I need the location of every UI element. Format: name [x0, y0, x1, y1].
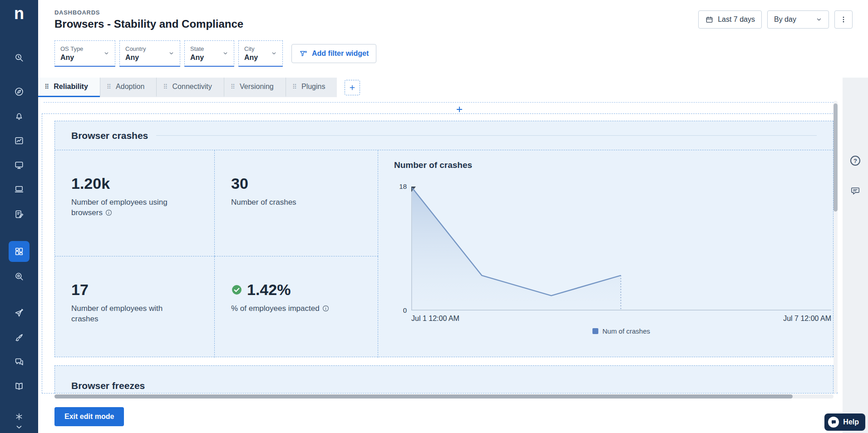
drag-grip-icon: ⠿ [44, 83, 49, 90]
chevron-down-icon [271, 50, 277, 56]
x-axis-end-label: Jul 7 12:00 AM [783, 315, 831, 323]
metric-label: Number of employees using browsers [71, 197, 186, 218]
metric-label: Number of crashes [231, 197, 345, 208]
sidebar: n [0, 0, 38, 433]
sidebar-item-experience[interactable] [9, 155, 30, 176]
sidebar-item-reports[interactable] [9, 130, 30, 151]
plus-icon [455, 105, 464, 113]
metric-widget-employees-with-crashes[interactable]: 17 Number of employees with crashes [55, 256, 215, 358]
metrics-grid: 1.20k Number of employees using browsers… [55, 150, 833, 357]
feedback-chat-icon [850, 186, 860, 196]
y-axis-tick-min: 0 [378, 306, 407, 314]
brand-logo[interactable]: n [0, 5, 38, 22]
check-circle-icon [231, 284, 242, 295]
tab-connectivity[interactable]: ⠿ Connectivity [156, 78, 223, 97]
tab-label: Adoption [116, 83, 144, 91]
feedback-shortcut[interactable] [850, 186, 860, 197]
metric-label-text: Number of employees with crashes [71, 304, 163, 323]
help-bubble [828, 417, 839, 428]
metric-value: 30 [231, 176, 248, 192]
sidebar-item-explore[interactable] [9, 81, 30, 102]
add-filter-widget-button[interactable]: Add filter widget [291, 44, 376, 63]
page-header: DASHBOARDS Browsers - Stability and Comp… [38, 0, 868, 39]
help-label: Help [843, 418, 859, 426]
chart-frame-icon [14, 136, 24, 146]
filter-value: Any [190, 54, 204, 62]
filter-value: Any [60, 54, 83, 62]
section-browser-freezes[interactable]: Browser freezes [54, 365, 833, 394]
page-title: Browsers - Stability and Compliance [54, 18, 243, 30]
vertical-scrollbar-thumb[interactable] [833, 103, 838, 212]
metric-widget-number-of-crashes[interactable]: 30 Number of crashes [215, 150, 378, 256]
monitor-icon [14, 160, 24, 170]
metric-value: 17 [71, 282, 89, 298]
more-options-button[interactable] [834, 10, 853, 29]
filter-label: City [244, 45, 258, 52]
chevron-down-icon [816, 16, 822, 23]
filter-text: OS Type Any [60, 45, 83, 62]
info-icon[interactable] [105, 209, 113, 216]
help-launcher-button[interactable]: Help [824, 413, 865, 431]
drag-grip-icon: ⠿ [231, 83, 235, 90]
drag-grip-icon: ⠿ [107, 83, 111, 90]
right-utility-strip: ? [843, 78, 868, 433]
survey-edit-icon [14, 209, 24, 219]
filter-value: Any [125, 54, 146, 62]
dashboard-tabs: ⠿ Reliability ⠿ Adoption ⠿ Connectivity … [38, 78, 360, 97]
vertical-scrollbar[interactable] [833, 101, 838, 394]
info-icon[interactable] [322, 305, 330, 312]
section-title-row: Browser crashes [55, 121, 833, 150]
metric-widget-employees-using-browsers[interactable]: 1.20k Number of employees using browsers [55, 150, 215, 256]
metric-widget-percent-impacted[interactable]: 1.42% % of employees impacted [215, 256, 378, 358]
chat-bubbles-icon [14, 357, 24, 367]
tab-versioning[interactable]: ⠿ Versioning [224, 78, 286, 97]
sidebar-expand-more[interactable] [9, 422, 30, 432]
investigate-icon [14, 271, 24, 281]
filter-label: Country [125, 45, 146, 52]
sidebar-item-remediation[interactable] [9, 327, 30, 348]
tab-strip: ⠿ Reliability ⠿ Adoption ⠿ Connectivity … [38, 78, 337, 97]
section-browser-crashes[interactable]: Browser crashes 1.20k Number of employee… [54, 121, 833, 357]
compass-icon [14, 87, 24, 97]
sidebar-item-history-search[interactable] [9, 47, 30, 68]
chevron-down-icon [222, 50, 228, 56]
metric-label: % of employees impacted [231, 304, 345, 314]
metric-value: 1.42% [247, 282, 291, 298]
sidebar-item-alerts[interactable] [9, 106, 30, 127]
breadcrumb: DASHBOARDS [54, 9, 243, 16]
sidebar-item-campaigns[interactable] [9, 303, 30, 324]
sidebar-item-dashboards[interactable] [9, 241, 30, 262]
sidebar-item-investigate[interactable] [9, 266, 30, 287]
sidebar-item-library[interactable] [9, 376, 30, 397]
sidebar-item-surveys[interactable] [9, 204, 30, 225]
filter-widget-state[interactable]: State Any [184, 40, 234, 67]
sidebar-item-devices[interactable] [9, 179, 30, 200]
tab-plugins[interactable]: ⠿ Plugins [286, 78, 337, 97]
filter-label: State [190, 45, 204, 52]
metric-label: Number of employees with crashes [71, 304, 186, 325]
tab-adoption[interactable]: ⠿ Adoption [100, 78, 156, 97]
tab-reliability[interactable]: ⠿ Reliability [38, 78, 100, 97]
filter-widget-city[interactable]: City Any [238, 40, 283, 67]
granularity-select[interactable]: By day [767, 10, 829, 29]
filter-widget-os-type[interactable]: OS Type Any [54, 40, 115, 67]
filter-widget-country[interactable]: Country Any [119, 40, 180, 67]
bottom-bar: Exit edit mode [38, 399, 841, 433]
horizontal-scrollbar[interactable] [54, 394, 833, 399]
section-title: Browser crashes [71, 130, 148, 141]
chart-area-fill [412, 188, 621, 309]
horizontal-scrollbar-thumb[interactable] [54, 394, 793, 399]
app-root: n [0, 0, 868, 433]
chart-widget-number-of-crashes[interactable]: Number of crashes 18 0 [378, 150, 834, 358]
legend-swatch-icon [592, 328, 598, 334]
add-tab-button[interactable] [345, 80, 360, 95]
tab-label: Reliability [54, 83, 88, 91]
paper-plane-icon [14, 308, 24, 318]
sidebar-item-engage[interactable] [9, 351, 30, 372]
filter-value: Any [244, 54, 258, 62]
exit-edit-mode-button[interactable]: Exit edit mode [54, 407, 124, 426]
main-area: DASHBOARDS Browsers - Stability and Comp… [38, 0, 868, 433]
chart-legend[interactable]: Num of crashes [411, 327, 831, 335]
help-shortcut[interactable]: ? [850, 156, 860, 166]
date-range-button[interactable]: Last 7 days [698, 10, 762, 29]
